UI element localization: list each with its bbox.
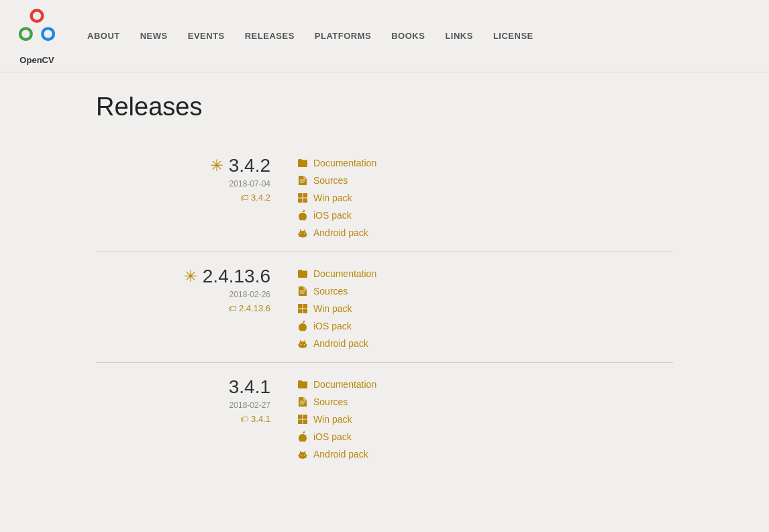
link-label: Documentation — [313, 158, 376, 168]
link-label: iOS pack — [313, 321, 352, 331]
tag-label: 2.4.13.6 — [239, 303, 270, 313]
folder-icon — [297, 268, 308, 279]
release-link-sources[interactable]: Sources — [297, 286, 376, 297]
header: OpenCV ABOUTNEWSEVENTSRELEASESPLATFORMSB… — [0, 0, 769, 72]
main-nav: ABOUTNEWSEVENTSRELEASESPLATFORMSBOOKSLIN… — [87, 31, 533, 41]
svg-point-38 — [300, 340, 301, 341]
release-date: 2018-07-04 — [229, 179, 270, 189]
release-version-row: ✳2.4.13.6 — [184, 266, 270, 287]
link-label: Documentation — [313, 379, 376, 390]
logo-label: OpenCV — [19, 55, 54, 65]
release-row: 3.4.12018-02-27🏷3.4.1 Documentation Sour… — [96, 362, 673, 473]
release-date: 2018-02-27 — [229, 401, 270, 410]
svg-point-16 — [304, 233, 305, 235]
svg-rect-14 — [299, 233, 307, 237]
windows-icon — [297, 193, 308, 203]
apple-icon — [297, 431, 308, 442]
nav-item-links[interactable]: LINKS — [445, 31, 473, 41]
release-version-number: 3.4.1 — [229, 376, 270, 398]
link-label: Android pack — [313, 338, 368, 349]
nav-item-releases[interactable]: RELEASES — [245, 31, 295, 41]
tag-label: 3.4.1 — [251, 414, 270, 424]
release-link-win-pack[interactable]: Win pack — [297, 193, 376, 203]
release-link-android-pack[interactable]: Android pack — [297, 227, 376, 238]
svg-rect-26 — [298, 304, 303, 309]
svg-point-39 — [305, 340, 305, 341]
nav-item-about[interactable]: ABOUT — [87, 31, 120, 41]
svg-rect-11 — [298, 199, 303, 203]
releases-list: ✳3.4.22018-07-04🏷3.4.2 Documentation Sou… — [96, 142, 673, 473]
release-link-win-pack[interactable]: Win pack — [297, 414, 376, 425]
link-label: iOS pack — [313, 431, 352, 442]
release-tag[interactable]: 🏷3.4.1 — [240, 414, 270, 424]
release-link-ios-pack[interactable]: iOS pack — [297, 210, 376, 221]
apple-icon — [297, 210, 308, 221]
release-version-row: ✳3.4.2 — [210, 155, 270, 176]
tag-icon: 🏷 — [240, 415, 248, 424]
nav-item-events[interactable]: EVENTS — [188, 31, 225, 41]
release-link-android-pack[interactable]: Android pack — [297, 449, 376, 460]
release-link-documentation[interactable]: Documentation — [297, 379, 376, 390]
nav-item-license[interactable]: LICENSE — [493, 31, 533, 41]
release-link-ios-pack[interactable]: iOS pack — [297, 431, 376, 442]
android-icon — [297, 338, 308, 349]
link-label: Sources — [313, 175, 348, 186]
svg-point-15 — [301, 233, 302, 235]
logo-icon — [13, 7, 60, 54]
release-links: Documentation Sources Win pack iOS pack — [297, 266, 376, 349]
nav-item-platforms[interactable]: PLATFORMS — [315, 31, 371, 41]
svg-point-49 — [301, 455, 302, 456]
logo-area[interactable]: OpenCV — [13, 7, 60, 65]
file-icon — [297, 175, 308, 186]
android-icon — [297, 449, 308, 460]
svg-rect-9 — [298, 193, 303, 198]
release-link-win-pack[interactable]: Win pack — [297, 303, 376, 314]
release-left: ✳2.4.13.62018-02-26🏷2.4.13.6 — [96, 266, 297, 349]
release-link-documentation[interactable]: Documentation — [297, 268, 376, 279]
link-label: Sources — [313, 396, 348, 407]
svg-rect-31 — [299, 344, 307, 348]
svg-point-1 — [33, 11, 41, 19]
release-links: Documentation Sources Win pack iOS pack — [297, 155, 376, 238]
folder-icon — [297, 379, 308, 390]
release-link-android-pack[interactable]: Android pack — [297, 338, 376, 349]
svg-rect-29 — [303, 309, 308, 314]
svg-rect-44 — [303, 415, 308, 419]
nav-item-news[interactable]: NEWS — [140, 31, 168, 41]
release-version-row: 3.4.1 — [229, 376, 270, 398]
main-content: Releases ✳3.4.22018-07-04🏷3.4.2 Document… — [83, 72, 686, 493]
windows-icon — [297, 303, 308, 314]
windows-icon — [297, 414, 308, 425]
link-label: iOS pack — [313, 210, 352, 221]
page-title: Releases — [96, 93, 673, 121]
svg-point-33 — [304, 344, 305, 345]
svg-point-56 — [305, 451, 305, 451]
tag-icon: 🏷 — [240, 193, 248, 203]
release-link-ios-pack[interactable]: iOS pack — [297, 321, 376, 331]
link-label: Win pack — [313, 303, 352, 314]
release-link-sources[interactable]: Sources — [297, 175, 376, 186]
svg-rect-48 — [299, 455, 307, 458]
release-tag[interactable]: 🏷2.4.13.6 — [228, 303, 270, 313]
svg-point-32 — [301, 344, 302, 345]
release-tag[interactable]: 🏷3.4.2 — [240, 193, 270, 203]
link-label: Documentation — [313, 268, 376, 279]
apple-icon — [297, 321, 308, 331]
release-row: ✳3.4.22018-07-04🏷3.4.2 Documentation Sou… — [96, 142, 673, 252]
svg-point-3 — [21, 30, 30, 38]
file-icon — [297, 286, 308, 297]
release-left: ✳3.4.22018-07-04🏷3.4.2 — [96, 155, 297, 238]
svg-point-22 — [305, 229, 305, 230]
link-label: Android pack — [313, 227, 368, 238]
release-link-documentation[interactable]: Documentation — [297, 158, 376, 168]
svg-rect-43 — [298, 415, 303, 419]
svg-point-21 — [300, 229, 301, 230]
latest-badge-icon: ✳ — [210, 156, 223, 175]
nav-item-books[interactable]: BOOKS — [391, 31, 425, 41]
svg-point-50 — [304, 455, 305, 456]
release-link-sources[interactable]: Sources — [297, 396, 376, 407]
tag-icon: 🏷 — [228, 304, 236, 313]
release-left: 3.4.12018-02-27🏷3.4.1 — [96, 376, 297, 460]
svg-rect-28 — [298, 309, 303, 314]
svg-rect-45 — [298, 420, 303, 425]
